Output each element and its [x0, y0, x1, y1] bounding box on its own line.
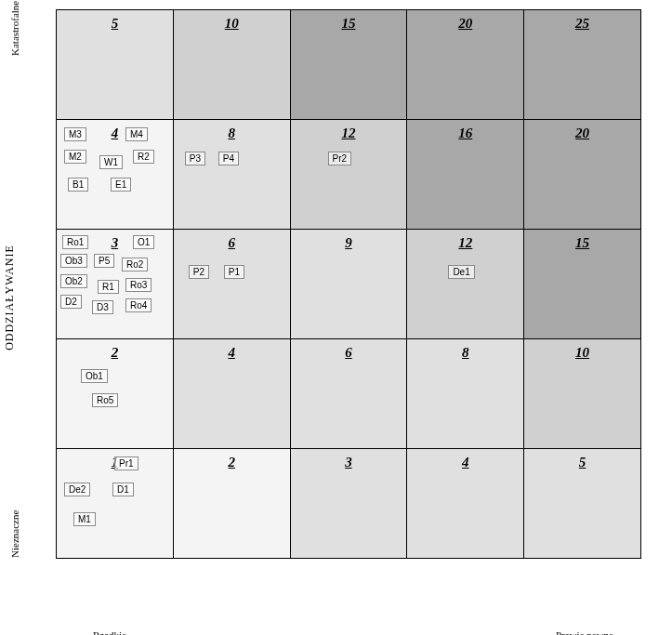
risk-tag: M1 — [73, 512, 96, 526]
cell-score: 5 — [90, 16, 139, 32]
cell-1-5: 5 — [524, 449, 641, 559]
cell-1-3: 3 — [290, 449, 407, 559]
risk-tag: Ob1 — [81, 369, 108, 383]
x-axis: Rzadkie Prawie pewne PRAWDOPODOBIEŃSTWO — [56, 624, 641, 635]
risk-tag: Ro3 — [125, 278, 152, 292]
risk-tag: Ob2 — [60, 274, 87, 288]
risk-tag: D3 — [92, 300, 113, 314]
cell-2-2: 4 — [173, 339, 290, 449]
cell-5-1: 5 — [57, 10, 174, 120]
y-axis: Katastrofalne ODDZIAŁYWANIE Nieznaczne — [9, 19, 28, 576]
risk-tag: M4 — [125, 127, 148, 141]
cell-score: 6 — [296, 345, 402, 361]
cell-3-2: 6 P2 P1 — [173, 230, 290, 339]
cell-2-5: 10 — [524, 339, 641, 449]
risk-tag: Ro4 — [125, 298, 152, 312]
cell-3-4: 12 De1 — [407, 230, 524, 339]
risk-tag: E1 — [111, 178, 131, 192]
risk-tag: B1 — [68, 178, 88, 192]
cell-score: 4 — [179, 345, 284, 361]
risk-tag: Ro1 — [62, 235, 88, 249]
risk-tag: Ro2 — [122, 258, 148, 271]
x-axis-title: PRAWDOPODOBIEŃSTWO — [56, 624, 641, 635]
y-axis-title: ODDZIAŁYWANIE — [3, 245, 17, 351]
risk-tag: P4 — [218, 152, 239, 165]
risk-tag: P1 — [224, 265, 244, 279]
risk-tag: P3 — [185, 152, 205, 165]
risk-tag: W1 — [99, 155, 123, 169]
cell-1-1: 1 Pr1 De2 D1 M1 — [57, 449, 174, 559]
cell-score: 25 — [530, 16, 635, 32]
cell-score: 20 — [530, 126, 635, 141]
risk-tag: De2 — [64, 483, 90, 496]
risk-tag: Pr1 — [114, 456, 138, 470]
cell-score: 9 — [296, 235, 402, 251]
cell-1-2: 2 — [173, 449, 290, 559]
cell-4-4: 16 — [407, 120, 524, 230]
cell-5-2: 10 — [173, 10, 290, 120]
cell-score: 8 — [413, 345, 518, 361]
risk-tag: R2 — [133, 150, 154, 164]
risk-tag: Ro5 — [92, 393, 118, 407]
risk-tag: P2 — [189, 265, 209, 279]
risk-tag: De1 — [448, 265, 474, 279]
matrix-grid: 5 10 15 20 25 4 M3 M4 M2 W1 R2 B1 E1 — [56, 9, 641, 559]
risk-tag: D1 — [112, 483, 134, 496]
risk-tag: M2 — [64, 150, 86, 164]
cell-4-2: 8 P3 P4 — [173, 120, 290, 230]
cell-3-3: 9 — [290, 230, 407, 339]
cell-score: 20 — [413, 16, 518, 32]
cell-4-5: 20 — [524, 120, 641, 230]
cell-5-4: 20 — [407, 10, 524, 120]
risk-matrix: Katastrofalne ODDZIAŁYWANIE Nieznaczne 5… — [0, 0, 672, 615]
cell-5-5: 25 — [524, 10, 641, 120]
cell-2-3: 6 — [290, 339, 407, 449]
cell-score: 16 — [413, 126, 518, 141]
cell-3-1: 3 Ro1 O1 Ob3 P5 Ro2 Ob2 R1 Ro3 D2 D3 Ro4 — [57, 230, 174, 339]
cell-score: 2 — [179, 455, 284, 470]
cell-score: 15 — [530, 235, 635, 251]
y-axis-high-label: Katastrofalne — [9, 1, 20, 56]
cell-4-3: 12 Pr2 — [290, 120, 407, 230]
cell-score: 4 — [413, 455, 518, 470]
risk-tag: M3 — [64, 127, 86, 141]
risk-tag: R1 — [98, 280, 119, 294]
risk-tag: Pr2 — [328, 152, 352, 165]
cell-1-4: 4 — [407, 449, 524, 559]
risk-tag: O1 — [133, 235, 154, 249]
x-axis-high-label: Prawie pewne — [556, 629, 613, 635]
cell-score: 10 — [530, 345, 635, 361]
y-axis-low-label: Nieznaczne — [9, 510, 20, 558]
cell-4-1: 4 M3 M4 M2 W1 R2 B1 E1 — [57, 120, 174, 230]
cell-score: 3 — [296, 455, 402, 470]
risk-tag: Ob3 — [60, 254, 87, 268]
cell-2-4: 8 — [407, 339, 524, 449]
cell-score: 15 — [296, 16, 402, 32]
cell-score: 5 — [530, 455, 635, 470]
cell-score: 10 — [179, 16, 284, 32]
x-axis-low-label: Rzadkie — [93, 629, 126, 635]
risk-tag: D2 — [60, 295, 82, 309]
cell-2-1: 2 Ob1 Ro5 — [57, 339, 174, 449]
risk-tag: P5 — [94, 254, 114, 268]
cell-5-3: 15 — [290, 10, 407, 120]
cell-3-5: 15 — [524, 230, 641, 339]
